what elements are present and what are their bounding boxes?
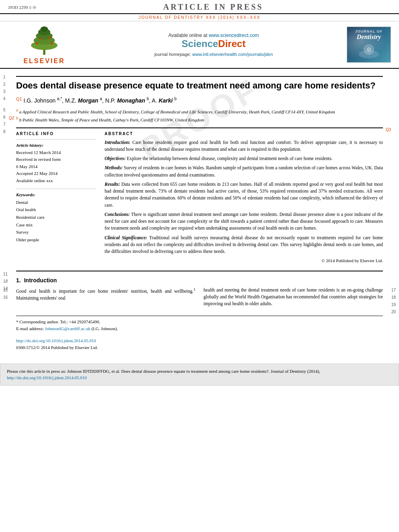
abstract-copyright: © 2014 Published by Elsevier Ltd. [105,257,383,264]
abstract-conclusions: Conclusions: There is significant unmet … [105,211,383,232]
abstract-objectives-label: Objectives: [105,156,125,161]
dentistry-journal-logo: JOURNAL OF Dentistry [347,27,391,63]
svg-point-5 [41,27,48,32]
header-logos: ELSEVIER Available online at www.science… [0,21,399,69]
intro-paragraph-1: Good oral health is important for care h… [16,287,195,302]
affil-a: a a Applied Clinical Research and Public… [16,107,383,115]
article-history-title: Article history: [16,143,97,148]
abstract-intro: Introduction: Care home residents requir… [105,139,383,153]
q1-marker: Q1 [16,97,22,101]
info-rule [16,139,97,140]
abstract-clinical: Clinical Significance: Traditional oral … [105,234,383,255]
intro-section-rule [16,271,383,271]
footnote-email-link[interactable]: JohnsonIG@cardiff.ac.uk [45,326,90,331]
sciencedirect-url[interactable]: www.sciencedirect.com [209,33,259,38]
keyword-oral-health: Oral health [16,206,97,214]
keywords-list: Dental Oral health Residential care Case… [16,199,97,244]
received-date: Received 12 March 2014 [16,149,97,156]
section-divider [16,127,383,128]
issn-text: 0300-5712/© 2014 Published by Elsevier L… [16,344,383,351]
keyword-older-people: Older people [16,236,97,244]
keyword-survey: Survey [16,228,97,236]
accepted-date: Accepted 22 May 2014 [16,170,97,177]
authors-line: Q1 I.G. Johnson a,*, M.Z. Morgan a, N.P.… [16,97,383,104]
doi-link[interactable]: http://dx.doi.org/10.1016/j.jdent.2014.0… [16,337,383,345]
footnote-email-line: E-mail address: JohnsonIG@cardiff.ac.uk … [16,325,383,333]
keyword-dental: Dental [16,199,97,206]
received-revised-label: Received in revised form [16,156,97,163]
abstract-conclusions-label: Conclusions: [105,212,130,217]
abstract-results: Results: Data were collected from 655 ca… [105,181,383,209]
abstract-column: ABSTRACT Introduction: Care home residen… [105,131,383,264]
intro-col-left: 15 16 Good oral health is important for … [16,287,195,308]
svg-point-9 [48,37,50,39]
section-number: 1. [16,277,21,283]
citation-text: Please cite this article in press as: Jo… [7,369,320,374]
main-content: PROOF 1 2 3 4 5 6 7 8 Does dental diseas… [0,69,399,355]
footnote-area: * Corresponding author. Tel.: +44 292074… [16,316,383,333]
abstract-objectives: Objectives: Explore the relationship bet… [105,155,383,162]
article-title: Does dental disease presence equate to t… [16,80,383,92]
section-title: Introduction [24,277,57,283]
keyword-residential-care: Residential care [16,214,97,221]
header-middle: Available online at www.sciencedirect.co… [80,33,347,57]
abstract-methods-label: Methods: [105,165,123,170]
introduction-section: 1. Introduction 15 16 Good oral health i… [16,277,383,308]
q2-marker: Q2 [9,115,14,121]
top-bar: JJOD 2299 1–9 ARTICLE IN PRESS [0,0,399,14]
received-revised-date: 6 May 2014 [16,163,97,170]
section-header: 1. Introduction [16,277,383,283]
intro-line-numbers-left: 15 16 [3,287,8,301]
abstract-intro-label: Introduction: [105,140,130,145]
article-info-title: ARTICLE INFO [16,131,97,136]
affil-b: Q2 b b Public Health Wales, Temple of Pe… [16,115,383,123]
svg-point-12 [366,47,371,52]
citation-doi-link[interactable]: http://dx.doi.org/10.1016/j.jdent.2014.0… [7,375,87,380]
journal-homepage: journal homepage: www.intl.elsevierhealt… [80,52,347,57]
title-top-rule [16,76,383,77]
footnote-corresponding: * Corresponding author. Tel.: +44 292074… [16,318,383,326]
line-numbers: 1 2 3 4 5 6 7 8 [3,69,6,136]
intro-two-col: 15 16 Good oral health is important for … [16,287,383,308]
journal-id: JJOD 2299 1–9 [8,5,35,10]
svg-point-7 [51,42,53,45]
elsevier-logo: ELSEVIER [8,25,80,65]
footnote-name: (I.G. Johnson). [91,326,118,331]
journal-homepage-url[interactable]: www.intl.elsevierhealth.com/journals/jde… [192,52,273,57]
svg-point-8 [39,38,41,40]
doi-section: http://dx.doi.org/10.1016/j.jdent.2014.0… [16,337,383,351]
affiliations: a a Applied Clinical Research and Public… [16,107,383,123]
keyword-case-mix: Case mix [16,221,97,229]
abstract-clinical-label: Clinical Significance: [105,235,147,240]
available-online: Available online xxx [16,177,97,185]
available-online-label: Available online at www.sciencedirect.co… [80,33,347,38]
article-info-column: ARTICLE INFO Article history: Received 1… [16,131,97,264]
q3-marker: Q3 [386,127,391,132]
elsevier-brand-text: ELSEVIER [23,58,65,65]
sciencedirect-brand: ScienceDirect [80,38,347,49]
intro-line-numbers-right: 17 18 19 20 [391,287,396,316]
intro-paragraph-2: health and meeting the dental treatment … [204,287,383,308]
intro-col-right: 17 18 19 20 health and meeting the denta… [204,287,383,308]
svg-point-6 [35,42,38,45]
citation-box: Please cite this article in press as: Jo… [0,364,399,386]
article-in-press-label: ARTICLE IN PRESS [35,2,391,12]
abstract-title: ABSTRACT [105,131,383,136]
article-info-abstract-section: ARTICLE INFO Article history: Received 1… [16,131,383,264]
keywords-title: Keywords: [16,192,97,197]
journal-subtitle: JOURNAL OF DENTISTRY XXX (2014) XXX–XXX [0,14,399,21]
abstract-results-label: Results: [105,182,120,187]
abstract-text: Introduction: Care home residents requir… [105,139,383,264]
keywords-rule [16,189,97,189]
abstract-methods: Methods: Survey of residents in care hom… [105,164,383,179]
elsevier-tree-icon [24,25,64,57]
